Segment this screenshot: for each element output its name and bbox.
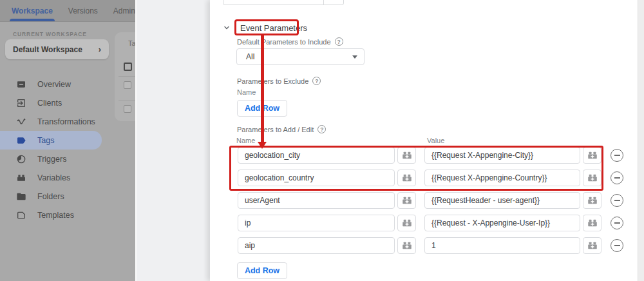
variables-icon (16, 173, 26, 183)
name-column-header: Name (236, 137, 255, 144)
page-edge-strip (638, 0, 644, 281)
sidebar-item-tags[interactable]: Tags (0, 131, 102, 150)
divider (118, 100, 135, 101)
variable-picker-icon[interactable] (397, 170, 416, 186)
remove-row-icon[interactable] (611, 149, 623, 162)
param-value-input[interactable] (424, 215, 580, 231)
sidebar-item-variables[interactable]: Variables (0, 168, 135, 187)
variable-picker-icon[interactable] (583, 192, 601, 209)
tag-icon (16, 135, 26, 146)
sidebar-item-triggers[interactable]: Triggers (0, 150, 135, 168)
variable-picker-icon[interactable] (583, 215, 601, 231)
sidebar-item-label: Variables (37, 173, 70, 182)
variable-picker-icon[interactable] (397, 192, 416, 209)
row-checkbox (124, 81, 131, 89)
exclude-add-row-button[interactable]: Add Row (237, 100, 287, 117)
param-value-input[interactable] (424, 170, 580, 186)
remove-row-icon[interactable] (611, 194, 623, 207)
parameters-to-add-edit-label: Parameters to Add / Edit ? (237, 125, 326, 133)
variable-picker-cell (323, 0, 343, 5)
dropdown-arrow-icon (352, 55, 357, 59)
param-name-input[interactable] (238, 170, 395, 186)
help-icon[interactable]: ? (312, 77, 321, 85)
workspace-name: Default Workspace (13, 45, 82, 54)
parameter-row (210, 147, 638, 164)
chevron-down-icon[interactable] (223, 24, 231, 32)
tab-workspace[interactable]: Workspace (12, 0, 53, 21)
parameter-row (210, 215, 638, 231)
select-all-checkbox (124, 63, 132, 71)
row-checkbox (124, 105, 131, 113)
triggers-icon (16, 154, 26, 164)
parameter-row (210, 237, 638, 254)
tag-editor-panel: Event Parameters Default Parameters to I… (210, 0, 638, 281)
transformations-icon (16, 117, 26, 127)
add-edit-add-row-button[interactable]: Add Row (237, 262, 287, 279)
truncated-field-above[interactable] (223, 0, 344, 5)
param-name-input[interactable] (238, 147, 395, 164)
variable-picker-icon[interactable] (583, 170, 601, 186)
parameter-row (210, 170, 638, 186)
variable-picker-icon[interactable] (583, 147, 601, 164)
variable-picker-icon[interactable] (397, 147, 416, 164)
dimmed-tag-list-card: Tag (115, 32, 135, 121)
workspace-selector[interactable]: Default Workspace › (5, 39, 109, 59)
exclude-name-header: Name (237, 88, 256, 96)
sidebar-item-folders[interactable]: Folders (0, 187, 135, 206)
default-parameters-label: Default Parameters to Include ? (237, 37, 343, 46)
variable-picker-icon[interactable] (397, 215, 416, 231)
remove-row-icon[interactable] (611, 217, 623, 229)
sidebar-item-label: Triggers (37, 155, 66, 164)
sidebar-item-label: Tags (37, 136, 54, 145)
value-column-header: Value (427, 137, 444, 144)
templates-icon (16, 210, 26, 220)
tab-versions[interactable]: Versions (68, 0, 98, 21)
variable-picker-icon[interactable] (397, 237, 416, 254)
help-icon[interactable]: ? (317, 125, 326, 133)
variable-picker-icon[interactable] (583, 237, 601, 254)
workspace-tab-bar: Workspace Versions Admin (0, 0, 135, 22)
divider (118, 76, 135, 77)
param-name-input[interactable] (238, 215, 395, 231)
sidebar-item-label: Templates (37, 211, 74, 220)
current-workspace-label: CURRENT WORKSPACE (13, 31, 87, 37)
remove-row-icon[interactable] (611, 171, 623, 184)
sidebar-item-templates[interactable]: Templates (0, 206, 135, 224)
param-value-input[interactable] (424, 237, 580, 254)
folder-icon (16, 191, 26, 202)
remove-row-icon[interactable] (611, 239, 623, 252)
param-value-input[interactable] (424, 192, 580, 209)
param-name-input[interactable] (238, 237, 395, 254)
clients-icon (16, 98, 26, 108)
param-value-input[interactable] (424, 147, 580, 164)
tag-list-column-header: Tag (128, 39, 135, 47)
dimmed-background: Workspace Versions Admin CURRENT WORKSPA… (0, 0, 135, 281)
param-name-input[interactable] (238, 192, 395, 209)
sidebar-item-label: Clients (37, 99, 62, 108)
sidebar-item-label: Overview (37, 80, 71, 89)
select-value: All (246, 52, 254, 61)
sidebar-item-label: Folders (37, 192, 64, 201)
sidebar-item-label: Transformations (37, 117, 95, 126)
tab-admin[interactable]: Admin (113, 0, 135, 21)
section-title-event-parameters: Event Parameters (240, 23, 307, 33)
chevron-right-icon: › (99, 44, 101, 54)
parameter-row (210, 192, 638, 209)
parameters-to-exclude-label: Parameters to Exclude ? (237, 77, 321, 85)
overview-icon (16, 79, 26, 90)
help-icon[interactable]: ? (335, 37, 343, 46)
default-parameters-select[interactable]: All (236, 48, 365, 65)
page-background-band (135, 0, 210, 281)
